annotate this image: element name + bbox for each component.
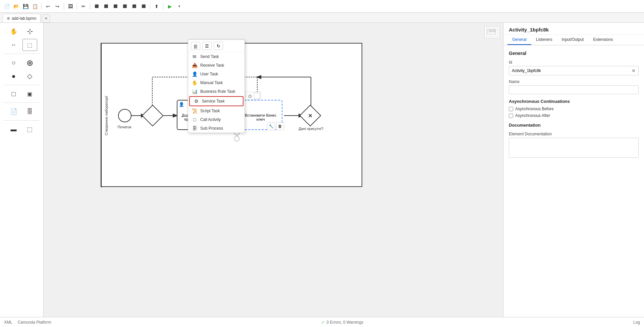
async-before-checkbox[interactable] <box>509 107 513 111</box>
save-button[interactable]: 💾 <box>21 2 30 10</box>
edit-button[interactable]: ✏ <box>79 2 88 10</box>
redo-button[interactable]: ↪ <box>53 2 61 10</box>
async-after-row: Asynchronous After <box>509 113 639 118</box>
ctx-send-task[interactable]: ✉ Send Task <box>188 52 245 61</box>
props-tabs: General Listeners Input/Output Extension… <box>503 35 644 45</box>
tool-sep-2 <box>3 85 40 85</box>
wrench-button[interactable]: 🔧 <box>267 122 275 130</box>
statusbar: XML Camunda Platform ✓ 0 Errors, 0 Warni… <box>0 317 644 327</box>
ctx-list-btn[interactable]: ||| <box>191 42 200 50</box>
statusbar-log[interactable]: Log <box>633 320 640 325</box>
dist-v-button[interactable]: ⬛ <box>130 2 138 10</box>
pool-tool[interactable]: ▬ <box>6 123 21 135</box>
name-field[interactable] <box>509 85 639 94</box>
tool-sep-4 <box>3 120 40 121</box>
name-input[interactable] <box>512 87 636 92</box>
tab-extensions[interactable]: Extensions <box>588 35 618 45</box>
id-clear-button[interactable]: ✕ <box>632 68 636 73</box>
toolbar-sep-3 <box>77 3 77 10</box>
async-section-title: Asynchronous Continuations <box>509 99 639 104</box>
statusbar-xml[interactable]: XML <box>4 320 12 325</box>
tool-row-2: ↔ ⬚ <box>1 39 42 51</box>
ctx-call-activity[interactable]: □ Call Activity <box>188 115 245 124</box>
check-icon: ✓ <box>321 320 325 325</box>
run-button[interactable]: ▶ <box>166 2 174 10</box>
tool-sep-1 <box>3 54 40 54</box>
ctx-service-task[interactable]: ⚙ Service Task <box>189 96 244 106</box>
async-before-row: Asynchronous Before <box>509 107 639 111</box>
tab-label: add-lab.bpmn <box>12 16 36 21</box>
dist-h-button[interactable]: ⬛ <box>121 2 129 10</box>
align-center-button[interactable]: ⬛ <box>102 2 110 10</box>
statusbar-center: ✓ 0 Errors, 0 Warnings <box>321 320 364 325</box>
export-button[interactable]: ⬆ <box>153 2 161 10</box>
connect-icon-2[interactable] <box>234 136 239 141</box>
task-tool-icons: 🔧 🗑 <box>267 122 284 130</box>
subprocess-tool[interactable]: ▣ <box>22 88 37 100</box>
new-button[interactable]: 📄 <box>3 2 11 10</box>
tab-general[interactable]: General <box>507 35 531 45</box>
open-button[interactable]: 📂 <box>12 2 20 10</box>
data-object-tool[interactable]: 📄 <box>6 106 21 118</box>
ctx-business-rule-task[interactable]: 📊 Business Rule Task <box>188 87 245 96</box>
save-as-button[interactable]: 📋 <box>31 2 39 10</box>
run-options-button[interactable]: ▾ <box>175 2 183 10</box>
tab-listeners[interactable]: Listeners <box>531 35 557 45</box>
hand-tool[interactable]: ✋ <box>6 25 21 38</box>
gateway-2[interactable] <box>299 105 321 126</box>
ctx-script-task[interactable]: 📜 Script Task <box>188 107 245 115</box>
ctx-cycle-btn[interactable]: ↻ <box>214 42 223 50</box>
lasso-tool[interactable]: ⬚ <box>22 39 37 51</box>
status-errors: 0 Errors, 0 Warnings <box>327 320 364 325</box>
doc-textarea[interactable] <box>509 138 639 158</box>
toolbar-sep-5 <box>150 3 150 10</box>
gateway-tool[interactable]: ◇ <box>22 70 37 82</box>
async-after-checkbox[interactable] <box>509 114 513 118</box>
doc-field-label: Element Documentation <box>509 132 639 136</box>
service-task-icon-menu: ⚙ <box>193 99 199 104</box>
undo-button[interactable]: ↩ <box>44 2 52 10</box>
start-event-tool[interactable]: ○ <box>6 57 21 69</box>
image-button[interactable]: 🖼 <box>66 2 74 10</box>
ctx-receive-task[interactable]: 📥 Receive Task <box>188 61 245 70</box>
business-rule-icon: 📊 <box>192 89 198 94</box>
tab-main[interactable]: add-lab.bpmn <box>3 14 41 22</box>
ctx-sub-process[interactable]: 🗄 Sub Process <box>188 124 245 133</box>
manual-task-icon: ✋ <box>192 80 198 85</box>
minimap[interactable] <box>484 26 500 38</box>
user-task-icon-menu: 👤 <box>192 71 198 77</box>
id-input[interactable] <box>512 68 632 73</box>
left-toolbar: ✋ ⊹ ↔ ⬚ ○ ◎ ● ◇ □ ▣ 📄 🗄 ▬ ⬚ <box>0 23 44 317</box>
toolbar-sep-6 <box>163 3 163 10</box>
gateway-1[interactable] <box>142 105 163 126</box>
toolbar: 📄 📂 💾 📋 ↩ ↪ 🖼 ✏ ⬛ ⬛ ⬛ ⬛ ⬛ ⬛ ⬆ ▶ ▾ <box>0 0 644 13</box>
ctx-business-rule-label: Business Rule Task <box>200 89 235 94</box>
start-event[interactable] <box>118 109 131 122</box>
delete-button[interactable]: 🗑 <box>276 122 284 130</box>
task-tool[interactable]: □ <box>6 88 21 100</box>
canvas-area[interactable]: Створення лабораторії <box>44 23 503 317</box>
id-field[interactable]: ✕ <box>509 66 639 75</box>
morph-rect-icon[interactable] <box>254 93 260 99</box>
group-tool[interactable]: ⬚ <box>22 123 37 135</box>
props-content: General Id ✕ Name Asynchronous Continuat… <box>503 45 644 317</box>
align-right-button[interactable]: ⬛ <box>111 2 119 10</box>
add-tab-button[interactable]: + <box>42 14 50 22</box>
svg-rect-12 <box>492 30 495 32</box>
tab-input-output[interactable]: Input/Output <box>557 35 588 45</box>
ctx-service-task-label: Service Task <box>202 99 225 104</box>
tool-sep-3 <box>3 103 40 103</box>
resize-button[interactable]: ⬛ <box>140 2 148 10</box>
ctx-manual-task[interactable]: ✋ Manual Task <box>188 78 245 87</box>
align-left-button[interactable]: ⬛ <box>93 2 101 10</box>
end-event-tool[interactable]: ◎ <box>22 57 37 69</box>
int-event-tool[interactable]: ● <box>6 70 21 82</box>
ctx-menu-btn[interactable]: ☰ <box>202 42 212 50</box>
ctx-user-task[interactable]: 👤 User Task <box>188 70 245 78</box>
morph-diamond-icon[interactable]: ◇ <box>247 93 253 99</box>
connect-tool[interactable]: ↔ <box>6 39 21 51</box>
data-store-tool[interactable]: 🗄 <box>22 106 37 118</box>
tool-row-7: ▬ ⬚ <box>1 123 42 135</box>
select-tool[interactable]: ⊹ <box>22 25 37 38</box>
minimap-svg <box>486 27 498 37</box>
